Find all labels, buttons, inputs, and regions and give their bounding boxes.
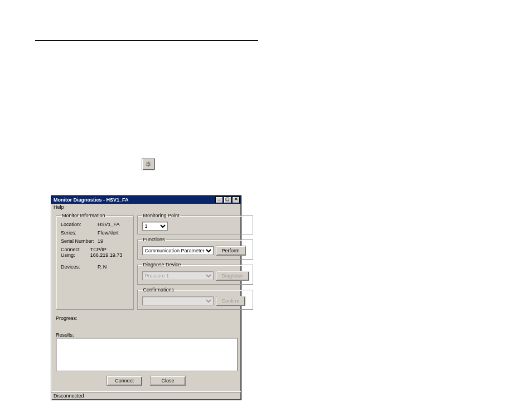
diagnose-device-group: Diagnose Device Pressure 1 Diagnose bbox=[137, 262, 253, 285]
functions-select[interactable]: Communication Parameters bbox=[142, 246, 214, 255]
monitor-diagnostics-window: Monitor Diagnostics - HSV1_FA _ ▢ ✕ Help… bbox=[51, 195, 241, 400]
info-label: Location: bbox=[61, 222, 98, 227]
status-text: Disconnected bbox=[54, 393, 84, 399]
menu-help[interactable]: Help bbox=[54, 204, 64, 210]
maximize-button[interactable]: ▢ bbox=[224, 197, 231, 203]
functions-group: Functions Communication Parameters Perfo… bbox=[137, 237, 253, 260]
confirmations-select bbox=[142, 296, 214, 305]
confirmations-legend: Confirmations bbox=[142, 287, 176, 293]
info-value: HSV1_FA bbox=[98, 222, 120, 227]
info-label: Series: bbox=[61, 230, 98, 236]
perform-button[interactable]: Perform bbox=[216, 246, 246, 256]
info-value: 19 bbox=[98, 238, 103, 244]
diagnose-button: Diagnose bbox=[216, 271, 249, 281]
connect-button[interactable]: Connect bbox=[107, 376, 142, 386]
info-value: TCP/IP 166.219.19.73 bbox=[90, 247, 130, 258]
diagnostics-icon[interactable] bbox=[142, 158, 155, 170]
close-button[interactable]: Close bbox=[150, 376, 186, 386]
results-label: Results: bbox=[56, 332, 236, 338]
info-label: Connect Using: bbox=[61, 247, 90, 258]
monitoring-point-legend: Monitoring Point bbox=[142, 213, 181, 218]
monitor-information-legend: Monitor Information bbox=[61, 213, 107, 218]
monitor-information-group: Monitor Information Location:HSV1_FA Ser… bbox=[56, 213, 134, 310]
monitoring-point-select[interactable]: 1 bbox=[142, 222, 168, 231]
menubar: Help bbox=[51, 204, 241, 210]
diagnose-device-legend: Diagnose Device bbox=[142, 262, 182, 267]
page-divider bbox=[35, 40, 258, 41]
progress-bar bbox=[56, 321, 236, 329]
window-title: Monitor Diagnostics - HSV1_FA bbox=[54, 197, 129, 203]
confirm-button: Confirm bbox=[216, 296, 246, 306]
statusbar: Disconnected bbox=[51, 391, 241, 400]
info-label: Serial Number: bbox=[61, 238, 98, 244]
progress-label: Progress: bbox=[56, 315, 236, 321]
confirmations-group: Confirmations Confirm bbox=[137, 287, 253, 310]
titlebar[interactable]: Monitor Diagnostics - HSV1_FA _ ▢ ✕ bbox=[51, 196, 241, 204]
close-window-button[interactable]: ✕ bbox=[232, 197, 240, 203]
info-value: P, N bbox=[98, 264, 107, 270]
functions-legend: Functions bbox=[142, 237, 166, 242]
results-box bbox=[56, 338, 238, 371]
monitoring-point-group: Monitoring Point 1 bbox=[137, 213, 253, 234]
minimize-button[interactable]: _ bbox=[215, 197, 223, 203]
info-value: FlowAlert bbox=[98, 230, 119, 236]
diagnose-device-select: Pressure 1 bbox=[142, 271, 214, 280]
info-label: Devices: bbox=[61, 264, 98, 270]
